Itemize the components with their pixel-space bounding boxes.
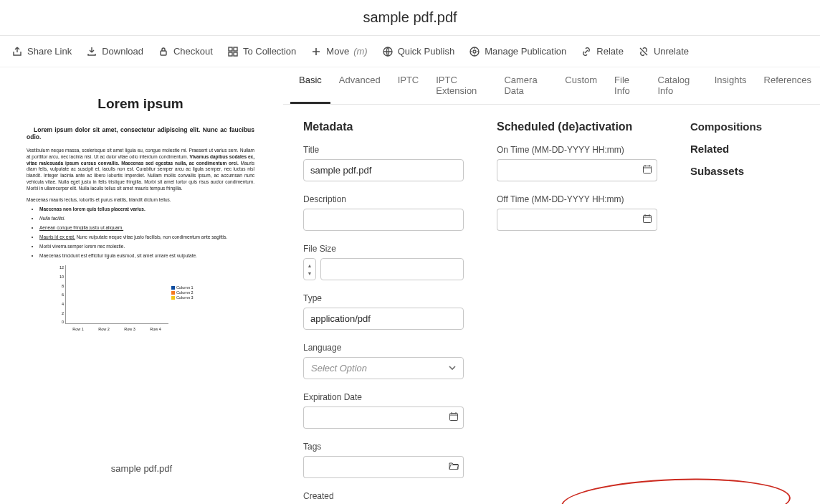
collection-icon	[227, 46, 239, 57]
svg-rect-18	[644, 215, 652, 222]
tab-iptc[interactable]: IPTC	[389, 67, 428, 104]
tags-input[interactable]	[303, 456, 445, 478]
preview-caption: sample pdf.pdf	[11, 463, 272, 474]
preview-panel: Lorem ipsum Lorem ipsum dolor sit amet, …	[0, 67, 283, 504]
toolbar-checkout[interactable]: Checkout	[152, 42, 219, 62]
ontime-label: On Time (MM-DD-YYYY HH:mm)	[497, 145, 657, 155]
tab-advanced[interactable]: Advanced	[330, 67, 389, 104]
description-input[interactable]	[303, 209, 464, 231]
offtime-input[interactable]	[497, 209, 639, 231]
offtime-calendar-button[interactable]	[639, 209, 657, 231]
toolbar-label: Share Link	[27, 46, 72, 57]
toolbar-relate[interactable]: Relate	[575, 42, 629, 62]
list-item: Aenean congue fringilla justo ut aliquam…	[39, 225, 254, 230]
toolbar-to-collection[interactable]: To Collection	[221, 42, 302, 62]
tab-custom[interactable]: Custom	[556, 67, 606, 104]
field-title: Title	[303, 145, 464, 181]
tab-insights[interactable]: Insights	[706, 67, 755, 104]
chart-yaxis: 121086420	[55, 265, 64, 324]
expiration-calendar-button[interactable]	[445, 406, 464, 429]
chevron-up-icon[interactable]: ▲	[308, 262, 313, 270]
doc-line: Maecenas mauris lectus, lobortis et puru…	[27, 197, 254, 202]
field-ontime: On Time (MM-DD-YYYY HH:mm)	[497, 145, 657, 181]
manage-icon	[469, 46, 480, 57]
doc-lead: Lorem ipsum dolor sit amet, consectetur …	[27, 126, 254, 141]
ontime-input[interactable]	[497, 159, 639, 181]
link-related[interactable]: Related	[690, 143, 783, 155]
toolbar-label: Download	[102, 46, 143, 57]
toolbar-share-link[interactable]: Share Link	[6, 42, 77, 62]
tab-references[interactable]: References	[755, 67, 820, 104]
language-select[interactable]: Select Option	[303, 357, 464, 379]
toolbar: Share LinkDownloadCheckoutTo CollectionM…	[0, 36, 820, 67]
svg-rect-2	[234, 47, 237, 51]
list-item: Maecenas non lorem quis tellus placerat …	[39, 206, 254, 211]
tab-file-info[interactable]: File Info	[606, 67, 649, 104]
toolbar-quick-publish[interactable]: Quick Publish	[376, 42, 460, 62]
svg-rect-0	[161, 51, 166, 55]
toolbar-label: Quick Publish	[398, 46, 454, 57]
chart-legend: Column 1Column 2Column 3	[171, 285, 213, 300]
doc-chart: 121086420 Row 1Row 2Row 3Row 4 Column 1C…	[55, 265, 213, 337]
field-description: Description	[303, 194, 464, 231]
svg-rect-14	[644, 166, 652, 173]
field-offtime: Off Time (MM-DD-YYYY HH:mm)	[497, 194, 657, 231]
ontime-calendar-button[interactable]	[639, 159, 657, 181]
toolbar-manage-publication[interactable]: Manage Publication	[463, 42, 572, 62]
calendar-icon	[642, 214, 652, 227]
toolbar-label: Relate	[596, 46, 624, 57]
toolbar-unrelate[interactable]: Unrelate	[632, 42, 695, 62]
tab-iptc-extension[interactable]: IPTC Extension	[427, 67, 495, 104]
field-language: Language Select Option	[303, 343, 464, 379]
filesize-stepper[interactable]: ▲ ▼	[303, 258, 316, 280]
list-item: Mauris id ex erat. Nunc vulputate neque …	[39, 234, 254, 239]
filesize-label: File Size	[303, 244, 464, 254]
list-item: Maecenas tincidunt est efficitur ligula …	[39, 253, 254, 258]
svg-rect-3	[229, 52, 232, 56]
toolbar-label: To Collection	[243, 46, 296, 57]
field-tags: Tags	[303, 442, 464, 478]
toolbar-label: Move	[326, 46, 349, 57]
field-created: Created	[303, 491, 464, 504]
svg-point-7	[473, 50, 476, 53]
tab-content: Metadata Title Description File Size ▲ ▼	[283, 105, 820, 504]
expiration-input[interactable]	[303, 406, 445, 429]
calendar-icon	[642, 164, 652, 177]
tags-label: Tags	[303, 442, 464, 452]
download-icon	[86, 46, 97, 57]
chart-plot	[65, 265, 168, 324]
tab-basic[interactable]: Basic	[290, 67, 330, 104]
scheduled-heading: Scheduled (de)activation	[497, 120, 657, 133]
links-column: CompositionsRelatedSubassets	[690, 120, 783, 488]
toolbar-label: Checkout	[173, 46, 213, 57]
field-filesize: File Size ▲ ▼	[303, 244, 464, 280]
filesize-input[interactable]	[320, 258, 464, 280]
share-icon	[11, 46, 23, 57]
unlink-icon	[638, 46, 649, 57]
language-label: Language	[303, 343, 464, 353]
chevron-down-icon[interactable]: ▼	[308, 270, 313, 277]
field-type: Type	[303, 293, 464, 330]
metadata-column: Metadata Title Description File Size ▲ ▼	[303, 120, 464, 488]
toolbar-move[interactable]: Move (m)	[305, 42, 373, 62]
type-input[interactable]	[303, 308, 464, 330]
svg-rect-4	[234, 52, 237, 56]
link-icon	[581, 46, 592, 57]
tags-browse-button[interactable]	[445, 456, 464, 478]
list-item: Morbi viverra semper lorem nec molestie.	[39, 244, 254, 249]
title-input[interactable]	[303, 159, 464, 181]
toolbar-download[interactable]: Download	[80, 42, 149, 62]
doc-para: Vestibulum neque massa, scelerisque sit …	[27, 148, 254, 191]
title-label: Title	[303, 145, 464, 155]
link-subassets[interactable]: Subassets	[690, 165, 783, 177]
tab-camera-data[interactable]: Camera Data	[495, 67, 556, 104]
offtime-label: Off Time (MM-DD-YYYY HH:mm)	[497, 194, 657, 204]
toolbar-label: Manage Publication	[485, 46, 566, 57]
globe-icon	[382, 46, 394, 57]
svg-rect-8	[450, 413, 458, 420]
description-label: Description	[303, 194, 464, 204]
doc-bullets: Maecenas non lorem quis tellus placerat …	[39, 206, 254, 258]
language-placeholder: Select Option	[311, 363, 367, 374]
tab-catalog-info[interactable]: Catalog Info	[649, 67, 706, 104]
link-compositions[interactable]: Compositions	[690, 120, 783, 133]
